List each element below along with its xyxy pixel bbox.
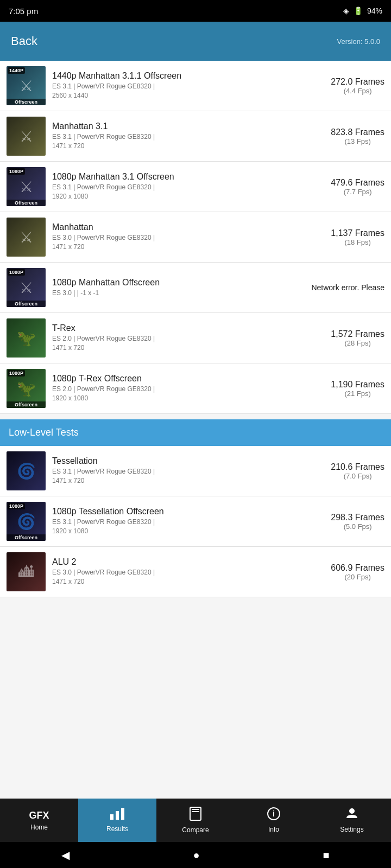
nav-home-button[interactable]: ● (193, 849, 199, 861)
benchmark-score-b6: 1,572 Frames(28 Fps) (331, 329, 384, 347)
nav-item-results[interactable]: Results (78, 799, 156, 842)
benchmark-name-ll1: Tessellation (52, 456, 326, 466)
benchmark-score-ll2: 298.3 Frames(5.0 Fps) (331, 513, 384, 531)
benchmark-frames-b1: 272.0 Frames (331, 77, 384, 87)
wifi-icon: ◈ (343, 7, 349, 15)
nav-item-info[interactable]: iInfo (235, 799, 313, 842)
benchmark-name-b7: 1080p T-Rex Offscreen (52, 374, 326, 384)
benchmark-info-b2: Manhattan 3.1ES 3.1 | PowerVR Rogue GE83… (52, 122, 326, 151)
benchmark-sub-b7: ES 2.0 | PowerVR Rogue GE8320 | 1920 x 1… (52, 385, 326, 403)
benchmark-frames-b6: 1,572 Frames (331, 329, 384, 339)
nav-item-home[interactable]: GFXHome (0, 799, 78, 842)
low-level-list: 🌀TessellationES 3.1 | PowerVR Rogue GE83… (0, 446, 391, 597)
benchmark-score-b5: Network error. Please (311, 283, 384, 292)
benchmark-sub-b4: ES 3.0 | PowerVR Rogue GE8320 | 1471 x 7… (52, 233, 326, 252)
nav-recent-button[interactable]: ■ (323, 849, 329, 861)
benchmark-fps-b3: (7.7 Fps) (331, 188, 384, 196)
benchmark-item-b3[interactable]: ⚔1080POffscreen1080p Manhattan 3.1 Offsc… (0, 162, 391, 212)
benchmark-name-b4: Manhattan (52, 222, 326, 232)
benchmark-score-b2: 823.8 Frames(13 Fps) (331, 127, 384, 145)
benchmark-fps-b4: (18 Fps) (331, 238, 384, 246)
benchmark-item-b6[interactable]: 🦖T-RexES 2.0 | PowerVR Rogue GE8320 | 14… (0, 313, 391, 363)
nav-label-home: Home (30, 824, 48, 831)
benchmark-score-b1: 272.0 Frames(4.4 Fps) (331, 77, 384, 95)
benchmark-fps-b2: (13 Fps) (331, 137, 384, 145)
compare-icon (190, 807, 201, 824)
benchmark-name-b5: 1080p Manhattan Offscreen (52, 278, 307, 288)
benchmark-name-b1: 1440p Manhattan 3.1.1 Offscreen (52, 71, 326, 81)
benchmark-error-b5: Network error. Please (311, 283, 384, 292)
nav-label-results: Results (106, 825, 128, 833)
nav-label-info: Info (268, 826, 279, 833)
benchmark-fps-ll3: (20 Fps) (331, 573, 384, 581)
benchmark-score-b4: 1,137 Frames(18 Fps) (331, 228, 384, 246)
svg-rect-2 (121, 808, 124, 820)
benchmark-info-ll1: TessellationES 3.1 | PowerVR Rogue GE832… (52, 456, 326, 486)
benchmark-info-b5: 1080p Manhattan OffscreenES 3.0 | | -1 x… (52, 278, 307, 298)
benchmark-info-ll2: 1080p Tessellation OffscreenES 3.1 | Pow… (52, 507, 326, 536)
status-bar: 7:05 pm ◈ 🔋 94% (0, 0, 391, 22)
benchmark-info-ll3: ALU 2ES 3.0 | PowerVR Rogue GE8320 | 147… (52, 557, 326, 586)
benchmark-item-b2[interactable]: ⚔Manhattan 3.1ES 3.1 | PowerVR Rogue GE8… (0, 111, 391, 162)
status-icons: ◈ 🔋 94% (343, 7, 382, 15)
svg-rect-4 (192, 809, 199, 810)
benchmark-name-ll3: ALU 2 (52, 557, 326, 567)
nav-label-compare: Compare (182, 826, 209, 834)
benchmark-frames-b2: 823.8 Frames (331, 127, 384, 137)
gfx-logo-icon: GFX (29, 810, 49, 821)
benchmark-sub-ll3: ES 3.0 | PowerVR Rogue GE8320 | 1471 x 7… (52, 568, 326, 586)
benchmark-sub-b5: ES 3.0 | | -1 x -1 (52, 289, 307, 298)
info-icon: i (267, 807, 280, 824)
settings-icon (345, 807, 358, 824)
benchmark-fps-b7: (21 Fps) (331, 390, 384, 398)
benchmark-score-ll1: 210.6 Frames(7.0 Fps) (331, 462, 384, 480)
status-time: 7:05 pm (9, 7, 38, 16)
benchmark-frames-b4: 1,137 Frames (331, 228, 384, 238)
nav-item-settings[interactable]: Settings (313, 799, 391, 842)
nav-back-button[interactable]: ◀ (61, 848, 70, 861)
benchmark-item-b5[interactable]: ⚔1080POffscreen1080p Manhattan Offscreen… (0, 263, 391, 313)
benchmark-sub-b6: ES 2.0 | PowerVR Rogue GE8320 | 1471 x 7… (52, 334, 326, 353)
back-button[interactable]: Back (11, 34, 380, 48)
benchmark-item-b4[interactable]: ⚔ManhattanES 3.0 | PowerVR Rogue GE8320 … (0, 212, 391, 263)
benchmark-frames-ll3: 606.9 Frames (331, 563, 384, 573)
svg-rect-1 (116, 811, 119, 820)
benchmark-sub-b3: ES 3.1 | PowerVR Rogue GE8320 | 1920 x 1… (52, 183, 326, 201)
svg-rect-0 (110, 814, 113, 820)
benchmark-fps-b1: (4.4 Fps) (331, 87, 384, 95)
nav-item-compare[interactable]: Compare (156, 799, 235, 842)
benchmark-score-ll3: 606.9 Frames(20 Fps) (331, 563, 384, 581)
benchmark-sub-ll2: ES 3.1 | PowerVR Rogue GE8320 | 1920 x 1… (52, 518, 326, 536)
benchmark-info-b4: ManhattanES 3.0 | PowerVR Rogue GE8320 |… (52, 222, 326, 252)
benchmark-score-b7: 1,190 Frames(21 Fps) (331, 380, 384, 398)
benchmark-info-b1: 1440p Manhattan 3.1.1 OffscreenES 3.1 | … (52, 71, 326, 100)
bottom-nav: GFXHomeResultsCompareiInfoSettings (0, 799, 391, 842)
benchmark-item-ll3[interactable]: 🏙ALU 2ES 3.0 | PowerVR Rogue GE8320 | 14… (0, 547, 391, 597)
battery-icon: 🔋 (354, 7, 363, 15)
benchmark-name-ll2: 1080p Tessellation Offscreen (52, 507, 326, 516)
benchmark-fps-ll2: (5.0 Fps) (331, 522, 384, 531)
benchmark-frames-b7: 1,190 Frames (331, 380, 384, 390)
benchmark-name-b3: 1080p Manhattan 3.1 Offscreen (52, 172, 326, 182)
benchmark-list: ⚔1440POffscreen1440p Manhattan 3.1.1 Off… (0, 61, 391, 414)
low-level-section-header: Low-Level Tests (0, 419, 391, 446)
benchmark-fps-b6: (28 Fps) (331, 339, 384, 347)
benchmark-item-b1[interactable]: ⚔1440POffscreen1440p Manhattan 3.1.1 Off… (0, 61, 391, 111)
benchmark-item-ll1[interactable]: 🌀TessellationES 3.1 | PowerVR Rogue GE83… (0, 446, 391, 496)
benchmark-name-b6: T-Rex (52, 323, 326, 333)
version-label: Version: 5.0.0 (337, 37, 381, 46)
benchmark-item-b7[interactable]: 🦖1080POffscreen1080p T-Rex OffscreenES 2… (0, 363, 391, 414)
svg-point-8 (349, 808, 355, 814)
benchmark-info-b6: T-RexES 2.0 | PowerVR Rogue GE8320 | 147… (52, 323, 326, 353)
results-icon (110, 808, 124, 823)
benchmark-info-b3: 1080p Manhattan 3.1 OffscreenES 3.1 | Po… (52, 172, 326, 201)
system-nav: ◀ ● ■ (0, 842, 391, 868)
svg-text:i: i (273, 809, 275, 818)
content-area: ⚔1440POffscreen1440p Manhattan 3.1.1 Off… (0, 61, 391, 799)
benchmark-fps-ll1: (7.0 Fps) (331, 472, 384, 480)
benchmark-frames-b3: 479.6 Frames (331, 178, 384, 188)
benchmark-score-b3: 479.6 Frames(7.7 Fps) (331, 178, 384, 196)
benchmark-sub-b2: ES 3.1 | PowerVR Rogue GE8320 | 1471 x 7… (52, 132, 326, 151)
benchmark-item-ll2[interactable]: 🌀1080POffscreen1080p Tessellation Offscr… (0, 496, 391, 547)
benchmark-info-b7: 1080p T-Rex OffscreenES 2.0 | PowerVR Ro… (52, 374, 326, 403)
